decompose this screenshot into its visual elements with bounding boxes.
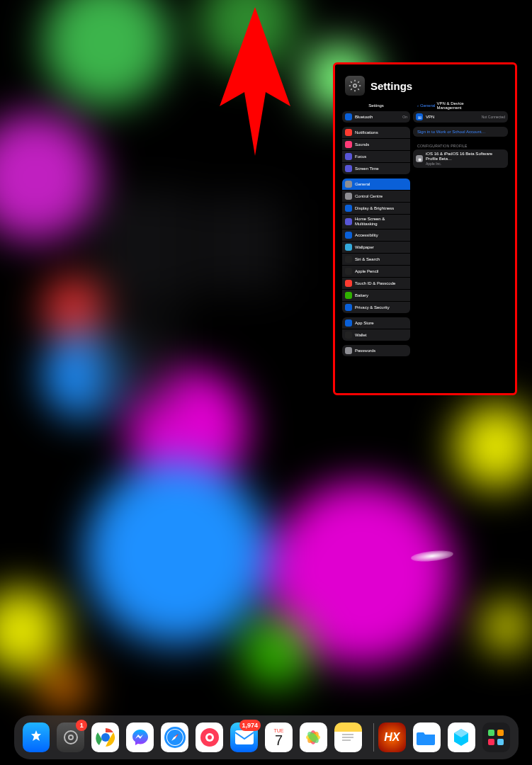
svg-point-1 bbox=[69, 735, 73, 740]
row-icon bbox=[345, 292, 352, 299]
vpn-icon: ⊞ bbox=[416, 113, 423, 120]
dock-app-library[interactable] bbox=[482, 722, 510, 752]
profile-icon: ◉ bbox=[416, 155, 423, 162]
row-icon bbox=[345, 205, 352, 212]
dock-notes[interactable] bbox=[334, 722, 362, 752]
row-label: Battery bbox=[355, 293, 407, 298]
row-icon bbox=[345, 304, 352, 311]
row-label: Display & Brightness bbox=[355, 206, 407, 211]
row-label: Bluetooth bbox=[355, 115, 402, 120]
row-icon bbox=[345, 193, 352, 200]
dock-hx-app[interactable]: HX bbox=[378, 722, 406, 752]
svg-point-10 bbox=[208, 735, 212, 740]
vpn-label: VPN bbox=[426, 115, 482, 120]
sidebar-item-sounds[interactable]: Sounds bbox=[342, 139, 410, 151]
signin-link[interactable]: Sign in to Work or School Account… bbox=[413, 127, 508, 137]
sidebar-header: Settings bbox=[342, 100, 410, 111]
dock-app-store[interactable] bbox=[23, 722, 50, 752]
sidebar-item-screen-time[interactable]: Screen Time bbox=[342, 163, 410, 174]
profile-label: iOS 16 & iPadOS 16 Beta Software Profile… bbox=[426, 152, 505, 162]
calendar-day: 7 bbox=[275, 733, 283, 747]
dock-files[interactable] bbox=[413, 722, 441, 752]
row-label: Focus bbox=[355, 154, 407, 159]
row-icon bbox=[345, 332, 352, 339]
row-icon bbox=[345, 129, 352, 136]
dock-photos[interactable] bbox=[300, 722, 327, 752]
row-icon bbox=[345, 347, 352, 354]
sidebar-item-notifications[interactable]: Notifications bbox=[342, 127, 410, 139]
back-button[interactable]: ‹ General bbox=[417, 103, 435, 108]
annotation-arrow bbox=[213, 7, 298, 159]
row-label: Screen Time bbox=[355, 166, 407, 171]
svg-point-0 bbox=[353, 84, 357, 88]
row-icon bbox=[345, 319, 352, 327]
row-label: Passwords bbox=[355, 348, 407, 353]
svg-rect-21 bbox=[488, 739, 494, 745]
sidebar-item-focus[interactable]: Focus bbox=[342, 151, 410, 163]
app-title: Settings bbox=[370, 80, 412, 92]
sidebar-item-control-centre[interactable]: Control Centre bbox=[342, 191, 410, 203]
row-icon bbox=[345, 268, 352, 275]
row-label: Notifications bbox=[355, 130, 407, 135]
dock-hex-app[interactable] bbox=[448, 722, 475, 752]
row-icon bbox=[345, 256, 352, 263]
dock-divider bbox=[373, 723, 374, 752]
dock-chrome[interactable] bbox=[91, 722, 119, 752]
profile-sub: Apple Inc. bbox=[426, 162, 505, 166]
sidebar-item-passwords[interactable]: Passwords bbox=[342, 345, 410, 356]
row-label: Siri & Search bbox=[355, 257, 407, 262]
dock-messenger[interactable] bbox=[126, 722, 154, 752]
dock-screen-recorder[interactable] bbox=[196, 722, 223, 752]
sidebar-item-wallet[interactable]: Wallet bbox=[342, 329, 410, 341]
sidebar-item-wallpaper[interactable]: Wallpaper bbox=[342, 242, 410, 254]
row-label: Wallet bbox=[355, 333, 407, 338]
row-icon bbox=[345, 141, 352, 148]
row-label: Touch ID & Passcode bbox=[355, 281, 407, 286]
dock-mail[interactable]: 1,974 bbox=[230, 722, 258, 752]
settings-app-icon bbox=[345, 76, 365, 96]
svg-point-4 bbox=[101, 733, 110, 742]
row-icon bbox=[345, 244, 352, 251]
row-icon bbox=[345, 181, 352, 188]
profile-row[interactable]: ◉ iOS 16 & iPadOS 16 Beta Software Profi… bbox=[413, 149, 508, 168]
dock-safari[interactable] bbox=[161, 722, 188, 752]
sidebar-item-bluetooth[interactable]: BluetoothOn bbox=[342, 111, 410, 123]
row-label: Accessibility bbox=[355, 233, 407, 238]
row-label: App Store bbox=[355, 321, 407, 326]
sidebar-item-general[interactable]: General bbox=[342, 178, 410, 191]
sidebar-item-home-screen-multitasking[interactable]: Home Screen & Multitasking bbox=[342, 215, 410, 230]
settings-sidebar: Settings BluetoothOn NotificationsSounds… bbox=[342, 100, 410, 361]
card-header: Settings bbox=[339, 69, 511, 100]
row-icon bbox=[345, 280, 352, 287]
chevron-left-icon: ‹ bbox=[417, 103, 419, 108]
row-icon bbox=[345, 113, 352, 120]
dock: 1 1,974 TUE 7 HX bbox=[14, 715, 519, 759]
sidebar-item-app-store[interactable]: App Store bbox=[342, 317, 410, 329]
row-label: Home Screen & Multitasking bbox=[355, 217, 407, 227]
svg-rect-22 bbox=[497, 739, 504, 745]
settings-badge: 1 bbox=[76, 720, 87, 731]
sidebar-item-privacy-security[interactable]: Privacy & Security bbox=[342, 302, 410, 313]
dock-calendar[interactable]: TUE 7 bbox=[265, 722, 293, 752]
vpn-row[interactable]: ⊞ VPN Not Connected bbox=[413, 111, 508, 123]
back-label: General bbox=[420, 103, 435, 108]
row-icon bbox=[345, 153, 352, 160]
settings-app-card[interactable]: Settings Settings BluetoothOn Notificati… bbox=[333, 62, 517, 395]
row-label: Control Centre bbox=[355, 194, 407, 199]
row-icon bbox=[345, 232, 352, 239]
section-header: CONFIGURATION PROFILE bbox=[413, 141, 508, 149]
sidebar-item-battery[interactable]: Battery bbox=[342, 290, 410, 302]
sidebar-item-display-brightness[interactable]: Display & Brightness bbox=[342, 203, 410, 215]
sidebar-item-touch-id-passcode[interactable]: Touch ID & Passcode bbox=[342, 278, 410, 290]
svg-rect-19 bbox=[488, 730, 494, 736]
dock-settings[interactable]: 1 bbox=[57, 722, 84, 752]
row-icon bbox=[345, 218, 352, 225]
row-icon bbox=[345, 165, 352, 172]
sidebar-item-accessibility[interactable]: Accessibility bbox=[342, 230, 410, 242]
row-value: On bbox=[402, 115, 407, 119]
sidebar-item-siri-search[interactable]: Siri & Search bbox=[342, 254, 410, 266]
svg-rect-20 bbox=[497, 730, 504, 736]
row-label: Sounds bbox=[355, 142, 407, 147]
sidebar-item-apple-pencil[interactable]: Apple Pencil bbox=[342, 266, 410, 278]
detail-title: VPN & Device Management bbox=[437, 101, 485, 110]
